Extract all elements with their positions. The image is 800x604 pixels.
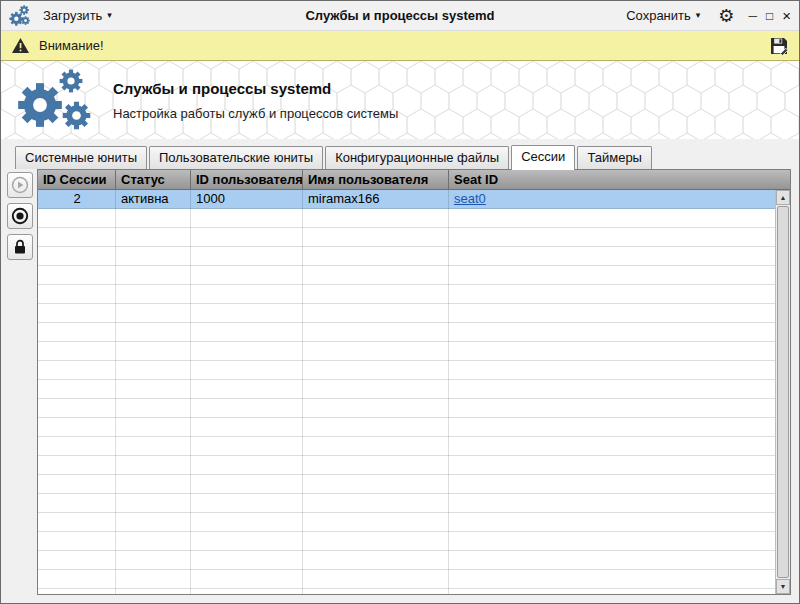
save-file-button[interactable]: [769, 36, 789, 56]
title-bar: Загрузить ▾ Службы и процессы systemd Со…: [1, 1, 799, 31]
column-separator: [115, 190, 116, 594]
lock-icon: [11, 238, 29, 256]
stop-record-icon: [11, 207, 29, 225]
seat-id-link[interactable]: seat0: [454, 191, 486, 206]
column-header-user-name: Имя пользователя: [303, 170, 449, 189]
warning-bar: Внимание!: [1, 31, 799, 61]
scrollbar-thumb[interactable]: [777, 206, 789, 578]
column-header-session-id: ID Сессии: [38, 170, 116, 189]
cell-status: активна: [116, 190, 191, 208]
app-gears-icon: [9, 5, 31, 27]
tab-timers[interactable]: Таймеры: [577, 146, 652, 169]
content-area: ID Сессии Статус ID пользователя Имя пол…: [1, 169, 799, 603]
column-separator: [190, 190, 191, 594]
scroll-down-button[interactable]: ▼: [776, 579, 790, 594]
cell-user-id: 1000: [191, 190, 303, 208]
chevron-down-icon: ▾: [107, 11, 112, 20]
tab-config-files[interactable]: Конфигурационные файлы: [325, 146, 509, 169]
warning-triangle-icon: [11, 37, 30, 54]
tab-user-units[interactable]: Пользовательские юниты: [149, 146, 323, 169]
column-header-seat-id: Seat ID: [449, 170, 790, 189]
load-button-label: Загрузить: [43, 8, 102, 23]
save-button-label: Сохранить: [626, 8, 691, 23]
gears-icon: [17, 68, 93, 132]
column-separator: [302, 190, 303, 594]
column-separator: [448, 190, 449, 594]
column-header-user-id: ID пользователя: [191, 170, 303, 189]
save-button[interactable]: Сохранить ▾: [620, 5, 706, 26]
floppy-save-icon: [769, 36, 789, 56]
column-header-status: Статус: [116, 170, 191, 189]
warning-text: Внимание!: [39, 38, 104, 53]
activate-session-button[interactable]: [7, 172, 33, 198]
close-button[interactable]: ×: [782, 8, 791, 23]
cell-session-id: 2: [38, 190, 116, 208]
page-banner: Службы и процессы systemd Настройка рабо…: [1, 61, 799, 139]
scroll-up-button[interactable]: ▲: [776, 190, 790, 205]
cell-user-name: miramax166: [303, 190, 449, 208]
window-controls: ─ □ ×: [748, 8, 791, 23]
app-window: Загрузить ▾ Службы и процессы systemd Со…: [0, 0, 800, 604]
session-toolbar: [7, 169, 37, 595]
sessions-table: ID Сессии Статус ID пользователя Имя пол…: [37, 169, 791, 595]
table-header: ID Сессии Статус ID пользователя Имя пол…: [38, 170, 790, 190]
terminate-session-button[interactable]: [7, 203, 33, 229]
minimize-button[interactable]: ─: [748, 10, 757, 22]
table-body: 2 активна 1000 miramax166 seat0: [38, 190, 775, 594]
load-button[interactable]: Загрузить ▾: [37, 5, 118, 26]
maximize-button[interactable]: □: [766, 10, 773, 22]
vertical-scrollbar[interactable]: ▲ ▼: [775, 190, 790, 594]
page-title: Службы и процессы systemd: [113, 80, 398, 97]
table-row[interactable]: 2 активна 1000 miramax166 seat0: [38, 190, 775, 209]
tab-bar: Системные юниты Пользовательские юниты К…: [1, 139, 799, 169]
play-icon: [11, 176, 29, 194]
lock-session-button[interactable]: [7, 234, 33, 260]
chevron-down-icon: ▾: [696, 11, 701, 20]
tab-system-units[interactable]: Системные юниты: [15, 146, 147, 169]
tab-sessions[interactable]: Сессии: [511, 145, 575, 170]
settings-gear-button[interactable]: ⚙: [718, 7, 734, 25]
page-subtitle: Настройка работы служб и процессов систе…: [113, 106, 398, 121]
